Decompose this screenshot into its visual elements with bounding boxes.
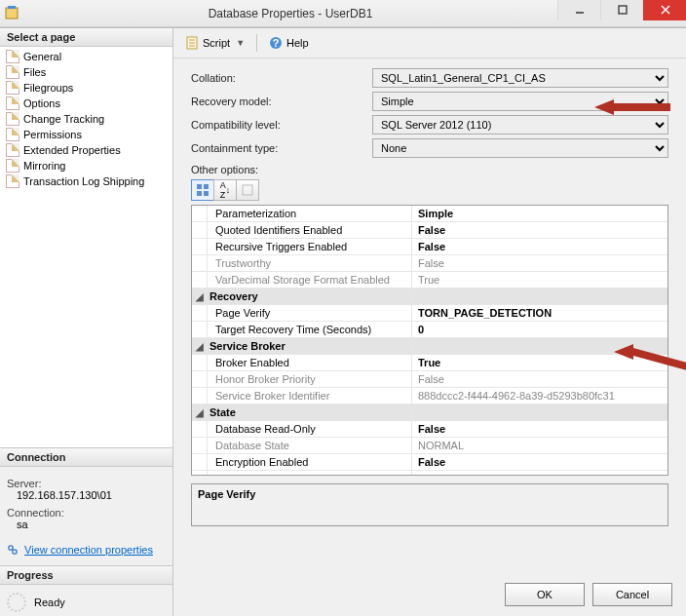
property-row[interactable]: Service Broker Identifier888dccc2-f444-4… [192,388,667,404]
property-grid[interactable]: ParameterizationSimpleQuoted Identifiers… [191,205,668,476]
property-value[interactable]: True [412,355,667,370]
property-category[interactable]: ◢Service Broker [192,338,667,355]
sidebar-item-files[interactable]: Files [4,64,172,80]
compatibility-level-select[interactable]: SQL Server 2012 (110) [372,115,668,135]
ok-button[interactable]: OK [505,583,585,606]
expand-toggle [192,206,208,221]
page-icon [6,128,19,141]
sidebar-item-label: Change Tracking [23,113,104,125]
containment-type-select[interactable]: None [372,138,668,158]
property-value[interactable]: False [412,421,667,437]
property-label: Quoted Identifiers Enabled [208,222,412,238]
link-icon [7,544,19,558]
expand-toggle [192,305,208,321]
property-row[interactable]: Encryption EnabledFalse [192,454,667,471]
close-button[interactable] [643,0,686,20]
property-grid-toolbar: AZ↓ [191,179,668,201]
property-value[interactable]: True [412,272,667,288]
sidebar-item-transaction-log-shipping[interactable]: Transaction Log Shipping [4,173,172,189]
minimize-button[interactable] [557,0,600,20]
maximize-button[interactable] [600,0,643,20]
property-label: Honor Broker Priority [208,371,412,387]
window-title: Database Properties - UserDB1 [23,7,557,20]
categorized-button[interactable] [191,179,214,201]
expand-toggle [192,438,208,453]
property-category[interactable]: ◢Recovery [192,289,667,305]
connection-header: Connection [0,448,172,467]
sidebar-item-permissions[interactable]: Permissions [4,127,172,142]
app-icon [0,6,23,21]
property-row[interactable]: Database Read-OnlyFalse [192,421,667,438]
property-value[interactable]: 0 [412,322,667,337]
collation-select[interactable]: SQL_Latin1_General_CP1_CI_AS [372,68,668,88]
property-value[interactable]: False [412,222,667,238]
right-panel: Script ▼ ? Help Collation: SQL_Latin1_Ge… [173,28,686,616]
page-icon [6,174,19,188]
property-pages-button[interactable] [236,179,259,201]
script-icon [185,36,199,50]
expand-toggle[interactable]: ◢ [192,338,208,354]
sidebar-item-label: Filegroups [23,82,73,94]
property-row[interactable]: Target Recovery Time (Seconds)0 [192,322,667,338]
property-row[interactable]: TrustworthyFalse [192,255,667,272]
property-value[interactable]: False [412,255,667,271]
page-icon [6,112,19,126]
property-row[interactable]: Broker EnabledTrue [192,355,667,371]
property-value[interactable]: False [412,454,667,470]
sidebar-item-filegroups[interactable]: Filegroups [4,80,172,96]
property-row[interactable]: ParameterizationSimple [192,206,667,222]
connection-section: Server: 192.168.157.130\01 Connection: s… [0,467,172,566]
sidebar-item-label: General [23,51,61,62]
connection-value: sa [7,519,166,530]
title-bar: Database Properties - UserDB1 [0,0,686,27]
property-row[interactable]: Restrict AccessMULTI_USER [192,471,667,476]
expand-toggle[interactable]: ◢ [192,404,208,420]
expand-toggle [192,471,208,476]
other-options-label: Other options: [191,164,668,175]
collation-label: Collation: [191,72,372,84]
help-icon: ? [269,36,283,50]
sidebar-item-change-tracking[interactable]: Change Tracking [4,111,172,127]
sidebar-item-label: Permissions [23,129,82,140]
sidebar-item-extended-properties[interactable]: Extended Properties [4,142,172,158]
property-label: Database Read-Only [208,421,412,437]
property-value[interactable]: False [412,371,667,387]
property-category[interactable]: ◢State [192,404,667,421]
property-value[interactable]: NORMAL [412,438,667,453]
svg-point-6 [9,546,13,550]
property-label: Recovery [208,289,412,304]
sidebar-item-mirroring[interactable]: Mirroring [4,158,172,173]
property-value[interactable]: Simple [412,206,667,221]
property-row[interactable]: Page VerifyTORN_PAGE_DETECTION [192,305,667,322]
cancel-button[interactable]: Cancel [592,583,672,606]
recovery-model-label: Recovery model: [191,96,372,107]
svg-rect-18 [243,185,252,195]
property-row[interactable]: Honor Broker PriorityFalse [192,371,667,388]
view-connection-properties-link[interactable]: View connection properties [24,544,153,556]
sidebar-item-general[interactable]: General [4,49,172,64]
toolbar: Script ▼ ? Help [173,28,686,58]
property-row[interactable]: Recursive Triggers EnabledFalse [192,239,667,255]
expand-toggle [192,388,208,404]
property-row[interactable]: Quoted Identifiers EnabledFalse [192,222,667,239]
sidebar-item-options[interactable]: Options [4,96,172,111]
property-row[interactable]: Database StateNORMAL [192,438,667,454]
sidebar-item-label: Options [23,97,60,109]
property-value[interactable]: TORN_PAGE_DETECTION [412,305,667,321]
property-row[interactable]: VarDecimal Storage Format EnabledTrue [192,272,667,289]
help-button[interactable]: ? Help [265,35,313,51]
expand-toggle [192,322,208,337]
property-value[interactable]: False [412,239,667,254]
recovery-model-select[interactable]: Simple [372,92,668,111]
page-icon [6,143,19,157]
expand-toggle [192,454,208,470]
progress-status: Ready [34,597,65,608]
property-value[interactable]: 888dccc2-f444-4962-8a39-d5293b80fc31 [412,388,667,404]
alphabetical-button[interactable]: AZ↓ [213,179,237,201]
property-value[interactable]: MULTI_USER [412,471,667,476]
page-icon [6,65,19,79]
expand-toggle [192,239,208,254]
expand-toggle[interactable]: ◢ [192,289,208,304]
page-icon [6,96,19,110]
script-button[interactable]: Script ▼ [181,35,248,51]
